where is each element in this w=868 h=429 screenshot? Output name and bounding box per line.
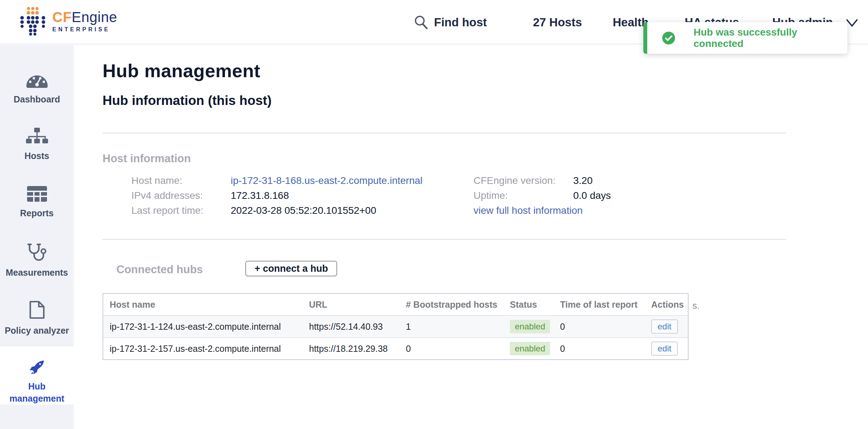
nav-hosts-count[interactable]: 27 Hosts <box>533 0 582 44</box>
sidebar-label-hosts: Hosts <box>25 150 49 162</box>
logo-enterprise-label: ENTERPRISE <box>52 26 117 33</box>
col-url: URL <box>303 300 399 310</box>
chevron-down-icon <box>846 19 858 28</box>
check-circle-icon <box>662 31 676 45</box>
sidebar-item-policy-analyzer[interactable]: Policy analyzer <box>0 300 74 337</box>
cfengine-robot-icon <box>20 6 46 36</box>
gauge-icon <box>25 71 49 88</box>
status-badge: enabled <box>510 342 550 355</box>
divider <box>103 133 786 133</box>
clipped-text-fragment: s. <box>692 301 699 311</box>
find-host-label: Find host <box>434 16 487 29</box>
search-icon <box>414 15 428 30</box>
cell-bootstrapped-hosts: 1 <box>399 322 503 332</box>
cell-url: https://52.14.40.93 <box>303 322 399 332</box>
sidebar-label-policy-analyzer: Policy analyzer <box>5 324 69 337</box>
host-information-heading: Host information <box>103 152 191 165</box>
cell-host-name: ip-172-31-2-157.us-east-2.compute.intern… <box>103 344 303 354</box>
col-actions: Actions <box>645 300 688 310</box>
logo-cf: CF <box>52 9 72 25</box>
connected-hubs-heading: Connected hubs <box>116 263 203 276</box>
ipv4-label: IPv4 addresses: <box>131 190 231 201</box>
col-status: Status <box>503 300 554 310</box>
uptime-value: 0.0 days <box>573 190 611 201</box>
table-grid-icon <box>27 186 47 202</box>
cell-time-of-last-report: 0 <box>554 344 645 354</box>
host-name-label: Host name: <box>131 175 231 186</box>
sitemap-icon <box>26 128 48 145</box>
cell-url: https://18.219.29.38 <box>303 344 399 354</box>
page-title: Hub management <box>103 60 260 81</box>
last-report-row: Last report time: 2022-03-28 05:52:20.10… <box>131 203 376 218</box>
cfengine-logo[interactable]: CFEngine ENTERPRISE <box>20 6 117 36</box>
version-label: CFEngine version: <box>474 175 573 186</box>
col-bootstrapped-hosts: # Bootstrapped hosts <box>399 300 503 310</box>
sidebar-item-hosts[interactable]: Hosts <box>0 128 74 162</box>
edit-hub-button[interactable]: edit <box>651 341 678 356</box>
logo-text: CFEngine ENTERPRISE <box>52 9 117 33</box>
sidebar-item-measurements[interactable]: Measurements <box>0 243 74 279</box>
table-header-row: Host name URL # Bootstrapped hosts Statu… <box>103 294 688 315</box>
cell-time-of-last-report: 0 <box>554 322 645 332</box>
edit-hub-button[interactable]: edit <box>651 319 678 334</box>
uptime-row: Uptime: 0.0 days <box>474 188 611 203</box>
col-host-name: Host name <box>103 300 303 310</box>
rocket-icon <box>27 360 47 375</box>
sidebar-item-dashboard[interactable]: Dashboard <box>0 71 74 105</box>
file-icon <box>29 300 45 319</box>
success-toast[interactable]: Hub was successfully connected <box>643 22 847 54</box>
col-time-of-last-report: Time of last report <box>554 300 645 310</box>
cell-bootstrapped-hosts: 0 <box>399 344 503 354</box>
hub-management-page: CFEngine ENTERPRISE Find host 27 Hosts H… <box>0 0 868 429</box>
sidebar-item-reports[interactable]: Reports <box>0 186 74 219</box>
table-row: ip-172-31-1-124.us-east-2.compute.intern… <box>103 315 688 337</box>
full-info-row: view full host information <box>474 203 583 218</box>
last-report-value: 2022-03-28 05:52:20.101552+00 <box>231 205 376 216</box>
connect-a-hub-button[interactable]: + connect a hub <box>245 261 337 276</box>
view-full-host-information-link[interactable]: view full host information <box>474 205 583 216</box>
sidebar-label-measurements: Measurements <box>6 266 68 279</box>
main-content: Hub management Hub information (this hos… <box>74 45 868 429</box>
sidebar-label-hub-management: Hub management <box>7 380 66 404</box>
stethoscope-icon <box>27 243 47 261</box>
host-name-link[interactable]: ip-172-31-8-168.us-east-2.compute.intern… <box>231 175 423 186</box>
toast-message: Hub was successfully connected <box>694 27 847 49</box>
cell-host-name: ip-172-31-1-124.us-east-2.compute.intern… <box>103 322 303 332</box>
last-report-label: Last report time: <box>131 205 231 216</box>
version-row: CFEngine version: 3.20 <box>474 173 593 188</box>
sidebar-label-dashboard: Dashboard <box>14 93 60 105</box>
page-subtitle: Hub information (this host) <box>103 93 272 108</box>
toast-accent-bar <box>643 22 647 54</box>
uptime-label: Uptime: <box>474 190 573 201</box>
find-host-search[interactable]: Find host <box>414 0 487 44</box>
connected-hubs-table: Host name URL # Bootstrapped hosts Statu… <box>103 293 689 360</box>
status-badge: enabled <box>510 320 550 333</box>
version-value: 3.20 <box>573 175 593 186</box>
ipv4-value: 172.31.8.168 <box>231 190 289 201</box>
divider <box>103 239 786 240</box>
table-row: ip-172-31-2-157.us-east-2.compute.intern… <box>103 337 688 359</box>
sidebar-label-reports: Reports <box>20 207 53 219</box>
sidebar: Dashboard Hosts <box>0 45 74 429</box>
host-name-row: Host name: ip-172-31-8-168.us-east-2.com… <box>131 173 423 188</box>
ipv4-row: IPv4 addresses: 172.31.8.168 <box>131 188 289 203</box>
logo-engine: Engine <box>72 9 117 25</box>
sidebar-item-hub-management[interactable]: Hub management <box>0 346 74 404</box>
user-menu-chevron[interactable] <box>846 19 858 28</box>
hosts-count-label: 27 Hosts <box>533 16 582 29</box>
